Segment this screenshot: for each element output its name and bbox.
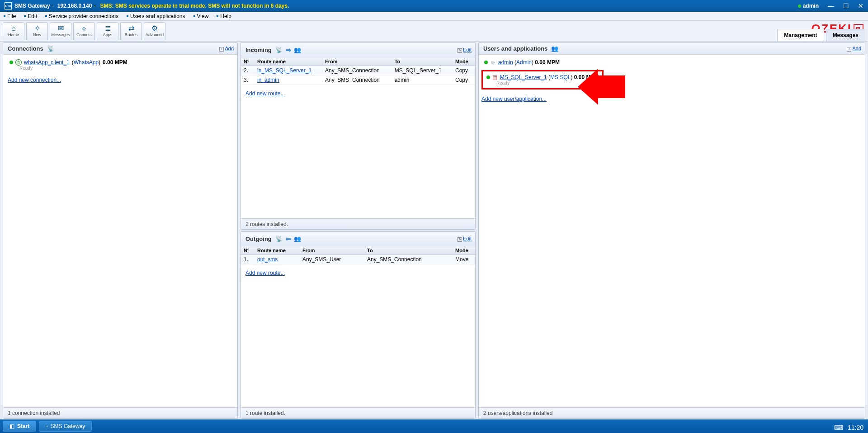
add-outgoing-route-link[interactable]: Add new route... xyxy=(245,270,285,276)
start-icon: ◧ xyxy=(9,423,14,429)
incoming-edit-link[interactable]: ✎Edit xyxy=(458,47,472,53)
title-bar: sms SMS Gateway - 192.168.0.140 - SMS: S… xyxy=(0,0,868,12)
tab-messages[interactable]: Messages xyxy=(826,29,865,41)
users-title: Users and applications xyxy=(483,45,547,52)
outgoing-table: N° Route name From To Mode 1. out_sms An… xyxy=(241,246,475,264)
messages-icon: ✉ xyxy=(58,25,64,32)
add-new-connection-link[interactable]: Add new connection... xyxy=(8,77,61,83)
apps-button[interactable]: ≣Apps xyxy=(97,22,118,40)
start-button[interactable]: ◧Start xyxy=(3,421,36,432)
taskbar: ◧Start ▫SMS Gateway ⌨ 11:20 xyxy=(0,419,868,433)
add-new-user-link[interactable]: Add new user/application... xyxy=(481,96,547,102)
connections-footer: 1 connection installed xyxy=(3,407,237,418)
incoming-title: Incoming xyxy=(245,47,272,53)
sms-icon: ▫ xyxy=(46,423,47,429)
users-icon: 👥 xyxy=(294,47,301,53)
menu-users-apps[interactable]: Users and applications xyxy=(127,13,185,19)
clock-display: 11:20 xyxy=(848,424,863,431)
app-title: SMS Gateway xyxy=(14,3,50,9)
trial-warning: SMS: SMS services operate in trial mode.… xyxy=(100,3,289,9)
new-icon: ✧ xyxy=(34,25,40,32)
whatsapp-icon: ✆ xyxy=(15,59,22,66)
connection-name-link[interactable]: whatsApp_client_1 xyxy=(24,59,70,66)
user-display[interactable]: admin xyxy=(798,3,819,9)
maximize-button[interactable]: ☐ xyxy=(843,2,849,9)
connections-title: Connections xyxy=(8,45,43,52)
table-row[interactable]: 3. in_admin Any_SMS_Connection admin Cop… xyxy=(241,75,475,85)
outgoing-panel: Outgoing 📡 ⬅ 👥 ✎Edit N° Route name From … xyxy=(241,231,476,419)
table-row[interactable]: 1. out_sms Any_SMS_User Any_SMS_Connecti… xyxy=(241,255,475,264)
gear-icon: ⚙ xyxy=(151,25,158,32)
connect-icon: ⟐ xyxy=(82,25,86,32)
users-panel: Users and applications 👥 +Add ☺ admin (A… xyxy=(478,42,865,419)
tab-management[interactable]: Management xyxy=(777,29,824,41)
home-button[interactable]: ⌂Home xyxy=(3,22,24,40)
route-link[interactable]: out_sms xyxy=(257,256,278,263)
menu-view[interactable]: View xyxy=(193,13,209,19)
users-add-link[interactable]: +Add xyxy=(847,46,861,52)
user-status-dot xyxy=(798,5,801,8)
database-icon: ▤ xyxy=(492,74,497,80)
home-icon: ⌂ xyxy=(11,25,16,32)
users-icon: 👥 xyxy=(294,235,301,242)
incoming-footer: 2 routes installed. xyxy=(241,218,475,229)
antenna-icon: 📡 xyxy=(275,47,283,53)
person-icon: ☺ xyxy=(490,59,495,66)
user-name-link[interactable]: MS_SQL_Server_1 xyxy=(500,74,547,80)
status-dot-icon xyxy=(484,61,488,64)
arrow-left-icon: ⬅ xyxy=(285,235,291,243)
outgoing-edit-link[interactable]: ✎Edit xyxy=(458,236,472,242)
routes-icon: ⇄ xyxy=(128,25,134,32)
status-dot-icon xyxy=(486,75,490,79)
menu-edit[interactable]: Edit xyxy=(24,13,37,19)
routes-button[interactable]: ⇄Routes xyxy=(120,22,142,40)
incoming-panel: Incoming 📡 ➡ 👥 ✎Edit N° Route name From … xyxy=(241,42,476,230)
apps-icon: ≣ xyxy=(105,25,111,32)
route-link[interactable]: in_admin xyxy=(257,77,279,83)
advanced-button[interactable]: ⚙Advanced xyxy=(144,22,165,40)
connect-button[interactable]: ⟐Connect xyxy=(73,22,95,40)
minimize-button[interactable]: — xyxy=(828,2,834,9)
incoming-table: N° Route name From To Mode 2. in_MS_SQL_… xyxy=(241,57,475,85)
connection-status: Ready xyxy=(19,66,233,71)
menu-file[interactable]: File xyxy=(4,13,16,19)
antenna-icon: 📡 xyxy=(275,235,283,242)
user-item-admin[interactable]: ☺ admin (Admin) 0.00 MPM xyxy=(481,57,862,67)
antenna-icon: 📡 xyxy=(47,45,54,52)
connections-panel: Connections 📡 +Add ✆ whatsApp_client_1 (… xyxy=(3,42,238,419)
status-dot-icon xyxy=(9,61,13,64)
outgoing-footer: 1 route installed. xyxy=(241,407,475,418)
messages-button[interactable]: ✉Messages xyxy=(50,22,71,40)
taskbar-sms-gateway[interactable]: ▫SMS Gateway xyxy=(39,421,92,432)
app-icon: sms xyxy=(5,2,12,9)
table-row[interactable]: 2. in_MS_SQL_Server_1 Any_SMS_Connection… xyxy=(241,66,475,75)
menu-bar: File Edit Service provider connections U… xyxy=(0,12,868,21)
menu-service-providers[interactable]: Service provider connections xyxy=(45,13,118,19)
callout-arrow xyxy=(578,69,625,105)
add-incoming-route-link[interactable]: Add new route... xyxy=(245,90,285,97)
users-icon: 👥 xyxy=(551,45,558,52)
route-link[interactable]: in_MS_SQL_Server_1 xyxy=(257,67,311,74)
arrow-right-icon: ➡ xyxy=(285,46,291,54)
outgoing-title: Outgoing xyxy=(245,235,272,242)
connections-add-link[interactable]: +Add xyxy=(219,46,234,52)
app-ip: 192.168.0.140 xyxy=(57,3,92,9)
keyboard-icon[interactable]: ⌨ xyxy=(834,424,843,431)
users-footer: 2 users/applications installed xyxy=(479,407,865,418)
user-name-link[interactable]: admin xyxy=(498,59,513,66)
menu-help[interactable]: Help xyxy=(217,13,231,19)
close-button[interactable]: ✕ xyxy=(858,2,863,9)
new-button[interactable]: ✧New xyxy=(26,22,48,40)
toolbar: ⌂Home ✧New ✉Messages ⟐Connect ≣Apps ⇄Rou… xyxy=(0,21,868,42)
